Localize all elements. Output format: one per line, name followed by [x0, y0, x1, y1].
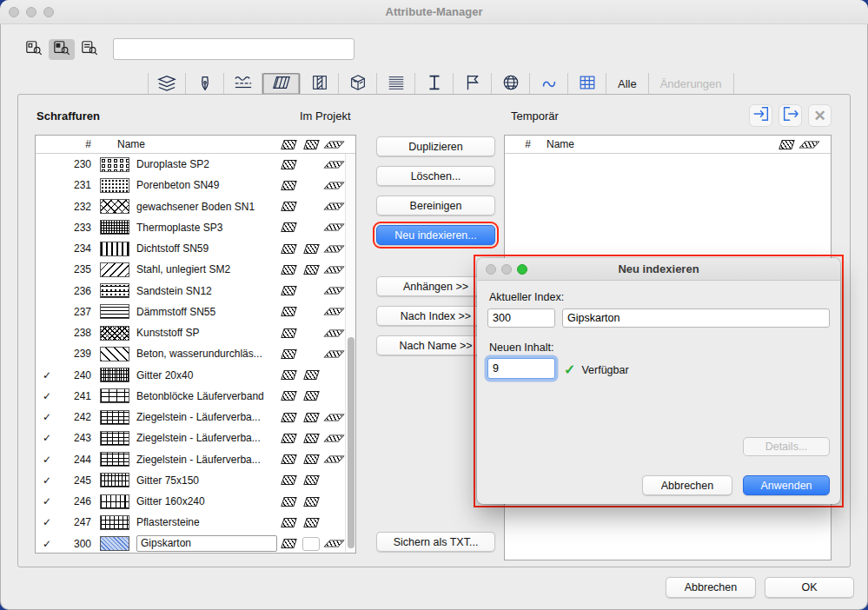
table-row[interactable]: ✓245Gitter 75x150 [36, 470, 355, 491]
table-row[interactable]: ✓240Gitter 20x40 [36, 365, 355, 386]
tab-layers[interactable] [148, 73, 186, 95]
search-mode-button-1[interactable] [21, 39, 47, 60]
dialog-title: Neu indexieren [477, 258, 840, 281]
current-name-field[interactable] [562, 308, 830, 328]
tab-cities[interactable] [492, 73, 530, 95]
surfaces-icon [387, 73, 406, 96]
table-row[interactable]: ✓241Betonblöcke Läuferverband [36, 386, 355, 407]
table-row[interactable]: 238Kunststoff SP [36, 322, 355, 343]
dialog-highlight-ring: Neu indexieren Aktueller Index: Neuen In… [474, 255, 844, 507]
cover-fill-icon [798, 141, 819, 148]
row-name: Beton, wasserundurchläs... [136, 348, 277, 360]
table-row[interactable]: ✓243Ziegelstein - Läuferverba... [36, 428, 355, 448]
tab-profiles[interactable] [415, 73, 454, 95]
drafting-fill-icon [281, 497, 297, 507]
new-content-label: Neuen Inhalt: [489, 341, 553, 354]
cut-fill-icon [303, 497, 320, 507]
doc-search-icon [51, 39, 72, 60]
row-name: Betonblöcke Läuferverband [136, 390, 277, 402]
fill-types-icon [270, 73, 293, 96]
table-row[interactable]: 232gewachsener Boden SN1 [36, 196, 355, 217]
row-checkmark: ✓ [36, 369, 58, 381]
dialog-cancel-button[interactable]: Abbrechen [642, 475, 732, 495]
table-row[interactable]: ✓247Pflastersteine [36, 512, 355, 533]
table-row[interactable]: 231Porenbeton SN49 [36, 175, 355, 196]
drafting-fill-icon [281, 370, 297, 380]
current-index-field[interactable] [487, 308, 555, 328]
table-row[interactable]: 236Sandstein SN12 [36, 281, 355, 302]
save-txt-button[interactable]: Sichern als TXT... [376, 532, 495, 552]
table-row[interactable]: 239Beton, wasserundurchläs... [36, 343, 355, 364]
vertical-scrollbar[interactable] [345, 154, 355, 553]
export-button[interactable] [779, 104, 802, 127]
availability-status: ✓ Verfügbar [564, 361, 629, 378]
row-checkmark: ✓ [36, 411, 58, 423]
table-row[interactable]: 235Stahl, unlegiert SM2 [36, 259, 355, 280]
tab-composites[interactable] [301, 73, 339, 95]
table-row[interactable]: ✓246Gitter 160x240 [36, 491, 355, 512]
table-row[interactable]: 237Dämmstoff SN55 [36, 302, 355, 322]
empty-cell [302, 537, 320, 551]
zoom-button[interactable] [43, 7, 54, 17]
dialog-zoom-button[interactable] [517, 264, 527, 275]
drafting-fill-icon [281, 160, 297, 169]
pattern-swatch [100, 283, 129, 298]
search-mode-button-2[interactable] [49, 39, 75, 60]
tab-operation-profiles[interactable] [568, 73, 606, 95]
import-button[interactable] [749, 104, 772, 127]
clear-icon: ✕ [813, 109, 825, 123]
cover-fill-icon [323, 245, 344, 252]
pattern-swatch [100, 452, 129, 467]
dialog-close-button[interactable] [486, 264, 496, 275]
table-row[interactable]: 230Duroplaste SP2 [36, 154, 355, 175]
tab-pens[interactable] [186, 73, 224, 95]
drafting-fill-icon [281, 434, 297, 443]
table-row[interactable]: 233Thermoplaste SP3 [36, 217, 355, 238]
tab-markup-styles[interactable] [530, 73, 568, 95]
scrollbar-thumb[interactable] [348, 337, 354, 548]
cut-fill-icon [303, 413, 320, 422]
search-input[interactable] [113, 38, 354, 60]
minimize-button[interactable] [26, 7, 36, 17]
ok-button[interactable]: OK [765, 577, 854, 598]
row-checkmark: ✓ [36, 390, 58, 402]
drafting-fill-icon [779, 140, 795, 149]
table-row[interactable]: ✓242Ziegelstein - Läuferverba... [36, 407, 355, 428]
tab-zone-categories[interactable] [454, 73, 492, 95]
row-name: Ziegelstein - Läuferverba... [136, 432, 277, 444]
pattern-swatch [100, 242, 129, 256]
dialog-minimize-button[interactable] [501, 264, 512, 275]
cover-fill-icon [323, 456, 344, 463]
close-button[interactable] [9, 7, 19, 17]
cities-icon [501, 73, 520, 96]
reindex-button[interactable]: Neu indexieren... [376, 225, 495, 245]
clear-button[interactable]: ✕ [808, 104, 832, 127]
cover-fill-icon [323, 161, 344, 168]
cover-fill-icon [323, 434, 344, 441]
pattern-swatch [100, 515, 129, 530]
row-index: 230 [58, 158, 95, 170]
name-column-header: Name [547, 138, 775, 150]
tab-surfaces[interactable] [377, 73, 415, 95]
duplicate-button[interactable]: Duplizieren [376, 136, 495, 156]
cover-fill-icon [323, 350, 344, 357]
new-index-field[interactable] [487, 358, 555, 379]
apply-button[interactable]: Anwenden [743, 475, 830, 495]
attribute-type-tabs: AlleÄnderungen [148, 73, 734, 95]
tab-line-types[interactable] [224, 73, 262, 95]
search-mode-button-3[interactable] [76, 39, 103, 60]
cancel-button[interactable]: Abbrechen [666, 577, 756, 598]
left-panel-title: Schraffuren [36, 109, 100, 123]
tab-alle[interactable]: Alle [606, 73, 649, 95]
cover-fill-icon [323, 182, 344, 189]
table-row[interactable]: 234Dichtstoff SN59 [36, 238, 355, 259]
delete-button[interactable]: Löschen... [376, 166, 495, 186]
purge-button[interactable]: Bereinigen [376, 196, 495, 215]
row-name-field[interactable]: Gipskarton [136, 535, 277, 552]
row-index: 237 [58, 306, 95, 318]
tab-fill-types[interactable] [262, 73, 301, 95]
table-row[interactable]: ✓300Gipskarton [36, 534, 355, 554]
tab-building-materials[interactable] [339, 73, 377, 95]
checkmark-icon: ✓ [564, 361, 575, 378]
table-row[interactable]: ✓244Ziegelstein - Läuferverba... [36, 449, 355, 470]
